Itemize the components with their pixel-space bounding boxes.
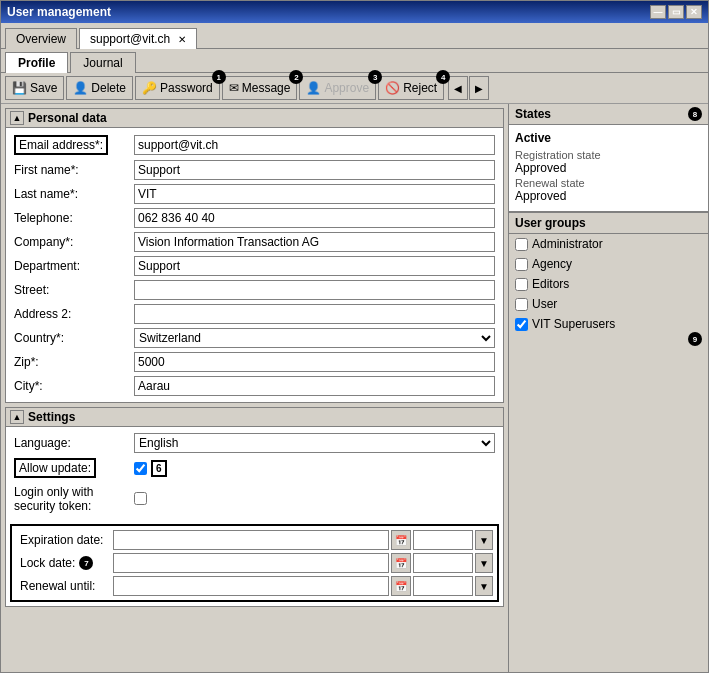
personal-data-title: Personal data xyxy=(28,111,107,125)
states-badge: 8 xyxy=(688,107,702,121)
group-user-checkbox[interactable] xyxy=(515,298,528,311)
tab-overview[interactable]: Overview xyxy=(5,28,77,49)
collapse-settings-btn[interactable]: ▲ xyxy=(10,410,24,424)
close-button[interactable]: ✕ xyxy=(686,5,702,19)
expiration-arrow-btn[interactable]: ▼ xyxy=(475,530,493,550)
group-administrator-label: Administrator xyxy=(532,237,603,251)
security-token-label: Login only with security token: xyxy=(10,481,130,516)
delete-button[interactable]: 👤 Delete xyxy=(66,76,133,100)
lastname-label: Last name*: xyxy=(10,182,130,206)
registration-state-label: Registration state xyxy=(515,149,702,161)
zip-input[interactable] xyxy=(134,352,495,372)
expiration-time-input[interactable] xyxy=(413,530,473,550)
renewal-field: 📅 ▼ xyxy=(113,576,493,596)
group-user-label: User xyxy=(532,297,557,311)
zip-field-container xyxy=(130,350,499,374)
lock-row: Lock date: 7 📅 ▼ xyxy=(16,553,493,573)
street-label: Street: xyxy=(10,278,130,302)
lock-calendar-btn[interactable]: 📅 xyxy=(391,553,411,573)
approve-button[interactable]: 👤 Approve xyxy=(299,76,376,100)
save-button[interactable]: 💾 Save xyxy=(5,76,64,100)
telephone-input[interactable] xyxy=(134,208,495,228)
personal-data-header: ▲ Personal data xyxy=(6,109,503,128)
group-administrator: Administrator xyxy=(509,234,708,254)
lock-field: 📅 ▼ xyxy=(113,553,493,573)
approve-button-group: 3 👤 Approve xyxy=(299,76,376,100)
group-vit-superusers-checkbox[interactable] xyxy=(515,318,528,331)
reject-button[interactable]: 🚫 Reject xyxy=(378,76,444,100)
security-token-field-container xyxy=(130,481,499,516)
message-button[interactable]: ✉ Message xyxy=(222,76,298,100)
settings-form: Language: English Allow update: 6 xyxy=(6,427,503,520)
street-input[interactable] xyxy=(134,280,495,300)
renewal-state-value: Approved xyxy=(515,189,702,203)
group-user: User xyxy=(509,294,708,314)
group-vit-superusers-label: VIT Superusers xyxy=(532,317,615,331)
message-button-group: 2 ✉ Message xyxy=(222,76,298,100)
personal-data-form: Email address*: First name*: Last name*: xyxy=(6,128,503,402)
restore-button[interactable]: ▭ xyxy=(668,5,684,19)
lastname-input[interactable] xyxy=(134,184,495,204)
date-fields-section: Expiration date: 📅 ▼ Lock date: xyxy=(10,524,499,602)
title-bar: User management — ▭ ✕ xyxy=(1,1,708,23)
prev-arrow[interactable]: ◀ xyxy=(448,76,468,100)
email-label: Email address*: xyxy=(10,132,130,158)
lock-time-input[interactable] xyxy=(413,553,473,573)
lastname-field-container xyxy=(130,182,499,206)
firstname-field-container xyxy=(130,158,499,182)
renewal-calendar-btn[interactable]: 📅 xyxy=(391,576,411,596)
security-token-checkbox[interactable] xyxy=(134,492,147,505)
badge-9-container: 9 xyxy=(509,334,708,350)
next-arrow[interactable]: ▶ xyxy=(469,76,489,100)
company-label: Company*: xyxy=(10,230,130,254)
department-input[interactable] xyxy=(134,256,495,276)
department-field-container xyxy=(130,254,499,278)
lock-label: Lock date: 7 xyxy=(16,554,113,572)
tab-support[interactable]: support@vit.ch ✕ xyxy=(79,28,197,49)
country-select[interactable]: Switzerland xyxy=(134,328,495,348)
lock-arrow-btn[interactable]: ▼ xyxy=(475,553,493,573)
renewal-date-input[interactable] xyxy=(113,576,389,596)
lock-date-input[interactable] xyxy=(113,553,389,573)
language-select[interactable]: English xyxy=(134,433,495,453)
group-editors-label: Editors xyxy=(532,277,569,291)
country-label: Country*: xyxy=(10,326,130,350)
renewal-state-row: Renewal state Approved xyxy=(515,177,702,203)
reject-icon: 🚫 xyxy=(385,81,400,95)
city-input[interactable] xyxy=(134,376,495,396)
company-input[interactable] xyxy=(134,232,495,252)
group-agency-checkbox[interactable] xyxy=(515,258,528,271)
group-editors-checkbox[interactable] xyxy=(515,278,528,291)
renewal-time-input[interactable] xyxy=(413,576,473,596)
save-icon: 💾 xyxy=(12,81,27,95)
expiration-calendar-btn[interactable]: 📅 xyxy=(391,530,411,550)
renewal-arrow-btn[interactable]: ▼ xyxy=(475,576,493,596)
left-panel: ▲ Personal data Email address*: First na… xyxy=(1,104,508,672)
registration-state-value: Approved xyxy=(515,161,702,175)
states-section: States 8 Active Registration state Appro… xyxy=(509,104,708,213)
allow-update-checkbox[interactable] xyxy=(134,462,147,475)
minimize-button[interactable]: — xyxy=(650,5,666,19)
firstname-input[interactable] xyxy=(134,160,495,180)
badge-9: 9 xyxy=(688,332,702,346)
address2-input[interactable] xyxy=(134,304,495,324)
renewal-row: Renewal until: 📅 ▼ xyxy=(16,576,493,596)
tab-profile[interactable]: Profile xyxy=(5,52,68,73)
firstname-label: First name*: xyxy=(10,158,130,182)
expiration-label: Expiration date: xyxy=(16,531,113,549)
password-button[interactable]: 🔑 Password xyxy=(135,76,220,100)
expiration-date-input[interactable] xyxy=(113,530,389,550)
settings-title: Settings xyxy=(28,410,75,424)
renewal-label: Renewal until: xyxy=(16,577,113,595)
tab-journal[interactable]: Journal xyxy=(70,52,135,73)
language-field-container: English xyxy=(130,431,499,455)
password-icon: 🔑 xyxy=(142,81,157,95)
tab-close-icon[interactable]: ✕ xyxy=(178,34,186,45)
settings-header: ▲ Settings xyxy=(6,408,503,427)
group-administrator-checkbox[interactable] xyxy=(515,238,528,251)
allow-update-label: Allow update: xyxy=(10,455,130,481)
country-field-container: Switzerland xyxy=(130,326,499,350)
email-input[interactable] xyxy=(134,135,495,155)
states-header: States 8 xyxy=(509,104,708,125)
collapse-personal-btn[interactable]: ▲ xyxy=(10,111,24,125)
